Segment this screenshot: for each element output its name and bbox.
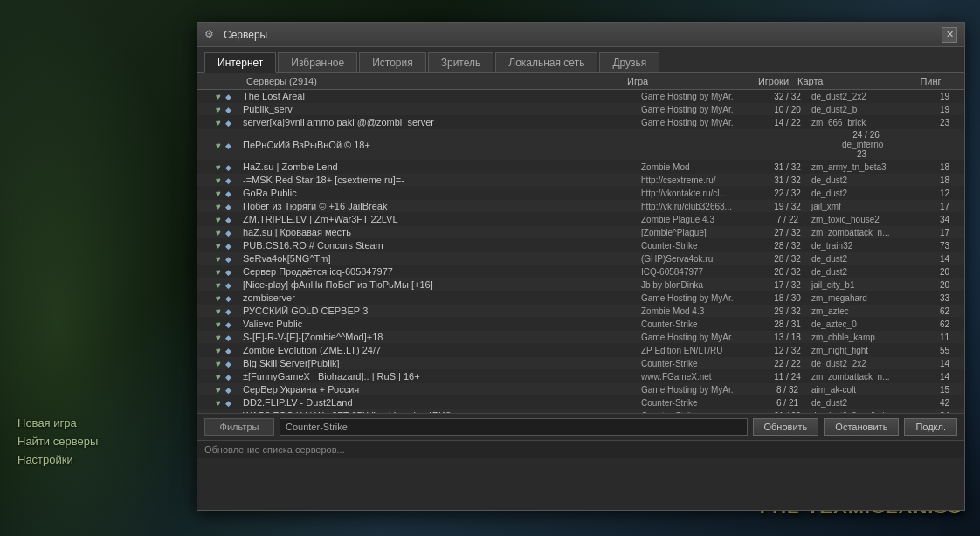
column-headers: Серверы (2914) Игра Игроки Карта Пинг xyxy=(197,73,964,90)
tab-favorites[interactable]: Избранное xyxy=(278,52,357,72)
cell-game: http://vk.ru/club32663... xyxy=(641,202,763,211)
server-row[interactable]: ♥ ◆ haZ.su | Кровавая месть [Zombie^Plag… xyxy=(197,226,964,239)
cell-icon: ◆ xyxy=(225,214,243,224)
cell-ping: 34 xyxy=(925,215,964,224)
cell-players: 31 / 32 xyxy=(763,175,811,185)
server-row[interactable]: ♥ ◆ СерВер Украина + Россия Game Hosting… xyxy=(197,383,964,396)
favorite-icon: ♥ xyxy=(216,228,221,237)
cell-game: ICQ-605847977 xyxy=(641,267,763,277)
tab-history[interactable]: История xyxy=(359,52,426,72)
server-row[interactable]: ♥ ◆ HaZ.su | Zombie Lend Zombie Mod 31 /… xyxy=(197,161,964,174)
cell-icon: ◆ xyxy=(225,358,243,368)
cell-game: 24 / 26 de_inferno 23 xyxy=(842,130,964,159)
connect-button[interactable]: Подкл. xyxy=(904,418,957,436)
cell-players: 13 / 18 xyxy=(763,333,811,342)
cell-map: zm_666_brick xyxy=(811,118,925,127)
status-text: Обновление списка серверов... xyxy=(204,444,345,455)
cell-fav: ♥ xyxy=(211,104,225,114)
server-row[interactable]: ♥ ◆ Valievo Public Counter-Strike 28 / 3… xyxy=(197,318,964,331)
server-row[interactable]: ♥ ◆ ПеРнСкИй ВзРыВнОй © 18+ 24 / 26 de_i… xyxy=(197,129,964,161)
sidebar-item-new-game[interactable]: Новая игра xyxy=(17,416,98,429)
cell-fav: ♥ xyxy=(211,345,225,355)
cell-players: 7 / 22 xyxy=(763,215,811,224)
server-row[interactable]: ♥ ◆ -=MSK Red Star 18+ [csextreme.ru]=- … xyxy=(197,174,964,187)
cell-game: Game Hosting by MyAr. xyxy=(641,105,763,114)
cell-ping: 62 xyxy=(925,306,964,316)
server-row[interactable]: ♥ ◆ ±[FunnyGameX | Biohazard]:. | RuS | … xyxy=(197,370,964,383)
col-header-name[interactable]: Серверы (2914) xyxy=(243,76,627,86)
cell-icon: ◆ xyxy=(225,104,243,114)
cell-map: de_dust2 xyxy=(811,189,925,198)
server-row[interactable]: ♥ ◆ [Nice-play] фАнНи ПоБеГ из ТюРьМы [+… xyxy=(197,278,964,292)
filter-input[interactable] xyxy=(280,418,748,436)
cell-game: (GHP)Serva4ok.ru xyxy=(641,254,763,264)
tab-spectator[interactable]: Зритель xyxy=(428,52,494,72)
server-row[interactable]: ♥ ◆ Big Skill Server[Publik] Counter-Str… xyxy=(197,357,964,370)
game-icon: ◆ xyxy=(225,189,231,198)
cell-players: 28 / 32 xyxy=(763,241,811,251)
col-header-ping[interactable]: Пинг xyxy=(911,76,950,86)
col-header-game[interactable]: Игра xyxy=(627,76,749,86)
cell-fav: ♥ xyxy=(211,306,225,316)
cell-fav: ♥ xyxy=(211,253,225,264)
cell-icon: ◆ xyxy=(225,161,243,172)
game-icon: ◆ xyxy=(225,106,231,114)
server-row[interactable]: ♥ ◆ ZM.TRIPLE.LV | Zm+War3FT 22LVL Zombi… xyxy=(197,213,964,226)
filter-label: Фильтры xyxy=(204,418,274,436)
cell-ping: 14 xyxy=(925,359,964,368)
tab-lan[interactable]: Локальная сеть xyxy=(495,52,597,72)
cell-name: haZ.su | Кровавая месть xyxy=(243,227,641,237)
game-icon: ◆ xyxy=(225,360,231,368)
server-row[interactable]: ♥ ◆ Побег из Тюряги © +16 JailBreak http… xyxy=(197,200,964,213)
cell-icon: ◆ xyxy=(225,332,243,342)
cell-map: de_dust2 xyxy=(811,175,925,185)
cell-fav: ♥ xyxy=(211,266,225,277)
cell-fav: ♥ xyxy=(211,117,225,127)
cell-game: Game Hosting by MyAr. xyxy=(641,333,763,342)
sidebar-item-find-servers[interactable]: Найти серверы xyxy=(17,435,98,448)
favorite-icon: ♥ xyxy=(216,162,221,172)
cell-game: Counter-Strike xyxy=(641,241,763,251)
favorite-icon: ♥ xyxy=(216,320,221,329)
favorite-icon: ♥ xyxy=(216,189,221,198)
cell-icon: ◆ xyxy=(225,140,243,150)
cell-fav: ♥ xyxy=(211,140,225,150)
server-row[interactable]: ♥ ◆ РУССКИЙ GOLD СЕРВЕР 3 Zombie Mod 4.3… xyxy=(197,305,964,318)
cell-fav: ♥ xyxy=(211,384,225,395)
stop-button[interactable]: Остановить xyxy=(824,418,899,436)
server-row[interactable]: ♥ ◆ zombiserver Game Hosting by MyAr. 18… xyxy=(197,292,964,305)
cell-players: 10 / 20 xyxy=(763,105,811,114)
col-header-map[interactable]: Карта xyxy=(797,76,911,86)
steam-icon: ⚙ xyxy=(204,28,218,42)
close-button[interactable]: ✕ xyxy=(942,27,957,43)
cell-ping: 12 xyxy=(925,189,964,198)
server-row[interactable]: ♥ ◆ PUB.CS16.RO # Concurs Steam Counter-… xyxy=(197,239,964,252)
server-row[interactable]: ♥ ◆ Publik_serv Game Hosting by MyAr. 10… xyxy=(197,103,964,116)
game-icon: ◆ xyxy=(225,320,231,329)
cell-players: 12 / 32 xyxy=(763,346,811,355)
sidebar-item-settings[interactable]: Настройки xyxy=(17,453,98,466)
server-row[interactable]: ♥ ◆ DD2.FLIP.LV - Dust2Land Counter-Stri… xyxy=(197,396,964,409)
server-row[interactable]: ♥ ◆ SeRva4ok[5NG^Tm] (GHP)Serva4ok.ru 28… xyxy=(197,252,964,265)
refresh-button[interactable]: Обновить xyxy=(753,418,819,436)
tab-internet[interactable]: Интернет xyxy=(204,52,276,73)
cell-players: 14 / 22 xyxy=(763,118,811,127)
cell-map: de_train32 xyxy=(811,241,925,251)
cell-name: The Lost Areal xyxy=(243,91,641,101)
cell-icon: ◆ xyxy=(225,397,243,408)
tab-friends[interactable]: Друзья xyxy=(599,52,659,72)
cell-map: de_dust2_2x2 xyxy=(811,92,925,101)
game-icon: ◆ xyxy=(225,294,231,303)
server-row[interactable]: ♥ ◆ Zombie Evolution (ZME.LT) 24/7 ZP Ed… xyxy=(197,344,964,357)
server-list[interactable]: ♥ ◆ The Lost Areal Game Hosting by MyAr.… xyxy=(197,90,964,413)
cell-players: 20 / 32 xyxy=(763,267,811,277)
cell-players: 19 / 32 xyxy=(763,202,811,211)
server-row[interactable]: ♥ ◆ server[xa|9vnii ammo paki @@zombi_se… xyxy=(197,116,964,129)
server-row[interactable]: ♥ ◆ S-[E]-R-V-[E]-[Zombie^^Mod]+18 Game … xyxy=(197,331,964,344)
cell-map: zm_aztec xyxy=(811,306,925,316)
col-header-players[interactable]: Игроки xyxy=(749,76,797,86)
server-row[interactable]: ♥ ◆ GoRa Public http://vkontakte.ru/cl..… xyxy=(197,187,964,200)
server-row[interactable]: ♥ ◆ The Lost Areal Game Hosting by MyAr.… xyxy=(197,90,964,103)
cell-fav: ♥ xyxy=(211,214,225,224)
server-row[interactable]: ♥ ◆ Сервер Продаётся icq-605847977 ICQ-6… xyxy=(197,265,964,278)
